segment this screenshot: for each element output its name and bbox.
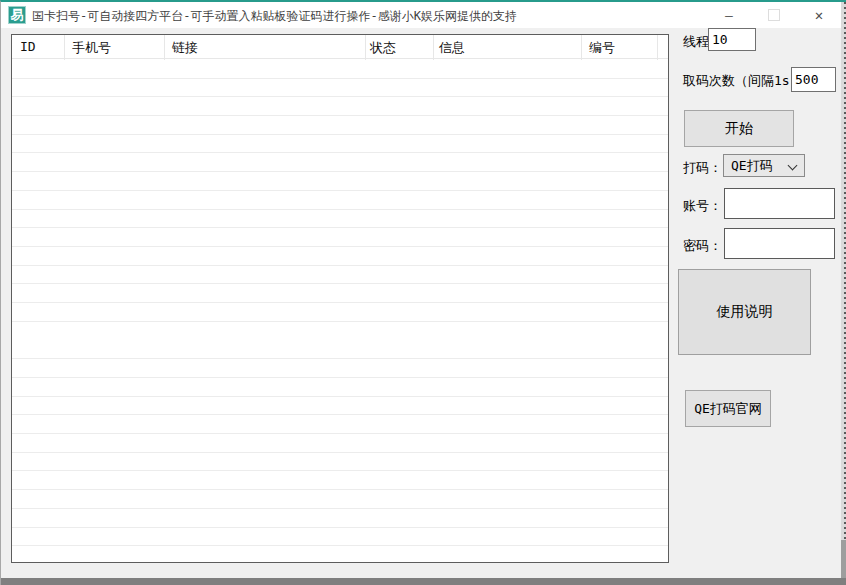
window-title: 国卡扫号-可自动接四方平台-可手动置入粘贴板验证码进行操作-感谢小K娱乐网提供的… [32,8,517,25]
captcha-provider-value: QE打码 [731,157,773,175]
chevron-down-icon [788,161,798,171]
fetch-count-input[interactable] [791,67,836,92]
column-header-id: ID [20,39,36,54]
password-label: 密码： [683,237,722,255]
start-button[interactable]: 开始 [684,110,794,147]
maximize-button [752,2,796,28]
minimize-button[interactable]: — [707,2,751,28]
column-header-link: 链接 [172,39,198,57]
table-header: ID 手机号 链接 状态 信息 编号 [12,35,668,59]
app-icon: 易 [8,6,26,24]
captcha-provider-label: 打码： [683,159,722,177]
titlebar: 易 国卡扫号-可自动接四方平台-可手动置入粘贴板验证码进行操作-感谢小K娱乐网提… [1,2,841,28]
close-button[interactable]: ✕ [797,2,841,28]
column-header-phone: 手机号 [72,39,111,57]
column-header-info: 信息 [439,39,465,57]
qe-website-label: QE打码官网 [694,400,762,418]
table-body [12,60,668,562]
column-header-number: 编号 [589,39,615,57]
account-label: 账号： [683,197,722,215]
thread-count-input[interactable] [708,28,756,51]
captcha-provider-select[interactable]: QE打码 [723,154,805,177]
results-table[interactable]: ID 手机号 链接 状态 信息 编号 [11,34,669,563]
qe-website-button[interactable]: QE打码官网 [685,390,771,427]
account-input[interactable] [724,188,835,219]
close-icon: ✕ [815,7,823,23]
app-window: 易 国卡扫号-可自动接四方平台-可手动置入粘贴板验证码进行操作-感谢小K娱乐网提… [0,0,846,585]
column-header-status: 状态 [370,39,396,57]
usage-instructions-button[interactable]: 使用说明 [678,269,811,355]
bottom-window-border [1,578,846,585]
fetch-count-label: 取码次数（间隔1s） [683,72,803,90]
right-edge-strip [841,2,846,585]
password-input[interactable] [724,228,835,259]
usage-instructions-label: 使用说明 [717,303,773,321]
minimize-icon: — [725,8,733,23]
start-button-label: 开始 [725,120,753,138]
maximize-icon [768,9,780,21]
